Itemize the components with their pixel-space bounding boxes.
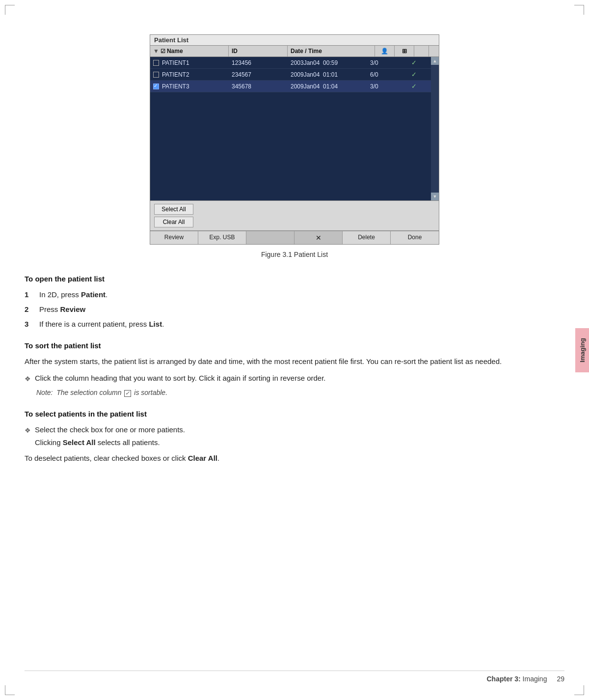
section2-heading: To sort the patient list [25,340,564,352]
row1-id: 123456 [229,57,288,68]
step-2: 2 Press Review [25,304,564,315]
action-x-button[interactable]: ✕ [294,231,343,244]
delete-button[interactable]: Delete [343,231,391,244]
row3-col6 [387,81,406,92]
diamond-icon-2: ❖ [25,425,31,448]
row2-col5: 6/0 [367,69,387,80]
scrollbar-up[interactable]: ▲ [431,57,439,65]
diamond-icon: ❖ [25,373,31,384]
review-button[interactable]: Review [150,231,198,244]
row2-datetime: 2009Jan04 01:01 [288,69,367,80]
row3-col5: 3/0 [367,81,387,92]
row1-name: PATIENT1 [162,59,189,66]
table-row[interactable]: PATIENT1 123456 2003Jan04 00:59 3/0 ✓ [150,57,431,69]
header-name[interactable]: ▼ ☑ Name [150,46,229,56]
patient-list-footer: Select All Clear All [150,200,439,230]
page-number: 29 [557,675,564,683]
doc-content: To open the patient list 1 In 2D, press … [25,273,564,464]
corner-mark-tl [5,5,15,15]
header-scroll [429,46,439,56]
row3-checkbox[interactable] [153,84,159,89]
patient-list-title: Patient List [154,36,188,44]
row1-checkbox[interactable] [153,60,159,66]
sort-para: After the system starts, the patient lis… [25,356,564,367]
footer-chapter-label: Chapter 3: Imaging [486,675,547,683]
row3-name: PATIENT3 [162,83,189,90]
done-button[interactable]: Done [391,231,439,244]
sort-bullet: ❖ Click the column heading that you want… [25,372,564,384]
note-label: Note: [36,389,56,396]
header-person[interactable]: 👤 [375,46,395,56]
header-grid[interactable]: ⊞ [395,46,414,56]
header-check [414,46,429,56]
table-row[interactable]: PATIENT3 345678 2009Jan04 01:04 3/0 ✓ [150,81,431,92]
patient-list-body-container: PATIENT1 123456 2003Jan04 00:59 3/0 ✓ PA… [150,57,439,200]
row2-name-cell[interactable]: PATIENT2 [150,69,229,80]
patient-list-box: Patient List ▼ ☑ Name ID Date / Time 👤 [150,34,439,245]
inline-checkbox-icon [124,390,131,397]
grid-icon: ⊞ [402,48,407,55]
deselect-para: To deselect patients, clear checked boxe… [25,452,564,464]
note: Note: The selection column is sortable. [36,387,564,398]
row2-checkbox[interactable] [153,72,159,78]
select-bullet: ❖ Select the check box for one or more p… [25,424,564,448]
sort-arrow-icon: ▼ [153,48,159,55]
footer-chapter-name: Imaging [523,675,547,683]
content-area: Patient List ▼ ☑ Name ID Date / Time 👤 [25,15,564,685]
page-footer: Chapter 3: Imaging 29 [25,671,564,683]
action-empty-1 [246,231,294,244]
row2-checkmark: ✓ [406,69,421,80]
section1-heading: To open the patient list [25,273,564,285]
corner-mark-br [574,685,584,695]
corner-mark-bl [5,685,15,695]
row3-name-cell[interactable]: PATIENT3 [150,81,229,92]
figure-caption: Figure 3.1 Patient List [25,251,564,258]
patient-list-body: PATIENT1 123456 2003Jan04 00:59 3/0 ✓ PA… [150,57,431,200]
clear-all-button[interactable]: Clear All [154,217,193,227]
row3-id: 345678 [229,81,288,92]
scrollbar-down[interactable]: ▼ [431,193,439,200]
corner-mark-tr [574,5,584,15]
step-1: 1 In 2D, press Patient. [25,289,564,301]
table-row[interactable]: PATIENT2 234567 2009Jan04 01:01 6/0 ✓ [150,69,431,81]
row2-col6 [387,69,406,80]
exp-usb-button[interactable]: Exp. USB [198,231,246,244]
scrollbar[interactable]: ▲ ▼ [431,57,439,200]
row1-checkmark: ✓ [406,57,421,68]
section3-heading: To select patients in the patient list [25,408,564,420]
side-tab: Imaging [575,328,589,372]
step-3: 3 If there is a current patient, press L… [25,318,564,330]
row3-datetime: 2009Jan04 01:04 [288,81,367,92]
row1-col6 [387,57,406,68]
select-all-button[interactable]: Select All [154,204,193,215]
patient-list-header: ▼ ☑ Name ID Date / Time 👤 ⊞ [150,46,439,57]
row2-id: 234567 [229,69,288,80]
patient-list-actions: Review Exp. USB ✕ Delete Done [150,230,439,244]
row1-datetime: 2003Jan04 00:59 [288,57,367,68]
empty-rows [150,92,431,200]
row1-col5: 3/0 [367,57,387,68]
patient-list-title-bar: Patient List [150,35,439,46]
header-id[interactable]: ID [229,46,288,56]
header-datetime[interactable]: Date / Time [288,46,375,56]
row3-checkmark: ✓ [406,81,421,92]
x-icon: ✕ [316,234,321,242]
checkbox-header-icon: ☑ [161,48,165,55]
person-icon: 👤 [381,48,388,55]
row2-name: PATIENT2 [162,71,189,78]
patient-list-ui: Patient List ▼ ☑ Name ID Date / Time 👤 [150,34,439,245]
row1-name-cell[interactable]: PATIENT1 [150,57,229,68]
side-tab-label: Imaging [579,338,586,363]
